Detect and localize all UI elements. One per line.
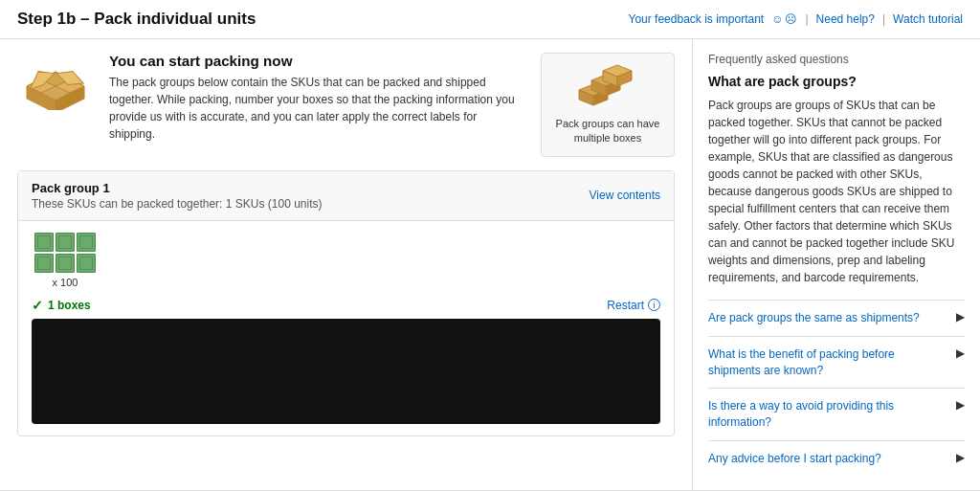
view-contents-link[interactable]: View contents bbox=[590, 189, 661, 202]
sku-cell bbox=[56, 254, 75, 273]
faq-item-1[interactable]: Are pack groups the same as shipments? ▶ bbox=[708, 300, 965, 336]
faq-arrow-2: ▶ bbox=[956, 346, 965, 360]
restart-section: Restart i bbox=[607, 299, 660, 312]
open-box-icon bbox=[17, 53, 94, 113]
faq-item-4[interactable]: Any advice before I start packing? ▶ bbox=[708, 440, 965, 477]
packing-area bbox=[32, 319, 660, 424]
sku-cell bbox=[34, 233, 54, 252]
restart-link[interactable]: Restart bbox=[607, 299, 644, 312]
main-layout: You can start packing now The pack group… bbox=[0, 39, 980, 490]
page-header: Step 1b – Pack individual units Your fee… bbox=[0, 0, 980, 39]
watch-tutorial-link[interactable]: Watch tutorial bbox=[893, 12, 963, 26]
faq-main-question: What are pack groups? bbox=[708, 74, 965, 89]
faq-question-3: Is there a way to avoid providing this i… bbox=[708, 398, 956, 431]
banner-row: You can start packing now The pack group… bbox=[17, 53, 675, 157]
faq-question-1: Are pack groups the same as shipments? bbox=[708, 310, 956, 326]
sku-grid bbox=[34, 233, 96, 273]
boxes-count-text: 1 boxes bbox=[48, 299, 91, 312]
boxes-count: ✓ 1 boxes bbox=[32, 298, 91, 313]
banner-heading: You can start packing now bbox=[109, 53, 521, 69]
pack-group-subtitle: These SKUs can be packed together: 1 SKU… bbox=[32, 197, 323, 211]
pack-group-info: Pack group 1 These SKUs can be packed to… bbox=[32, 181, 323, 211]
multiple-boxes-icon bbox=[574, 63, 641, 111]
boxes-section: ✓ 1 boxes Restart i bbox=[32, 298, 660, 424]
faq-arrow-4: ▶ bbox=[956, 451, 965, 464]
pack-groups-illustration: Pack groups can have multiple boxes bbox=[541, 53, 675, 157]
info-icon[interactable]: i bbox=[648, 299, 660, 311]
faq-question-2: What is the benefit of packing before sh… bbox=[708, 346, 956, 379]
banner-text: You can start packing now The pack group… bbox=[109, 53, 521, 143]
feedback-label: Your feedback is important bbox=[629, 12, 765, 26]
sku-cell bbox=[56, 233, 75, 252]
faq-question-4: Any advice before I start packing? bbox=[708, 451, 956, 467]
need-help-link[interactable]: Need help? bbox=[816, 12, 875, 26]
faq-main-answer: Pack groups are groups of SKUs that can … bbox=[708, 97, 965, 286]
faq-arrow-3: ▶ bbox=[956, 398, 965, 412]
separator2: | bbox=[882, 12, 885, 26]
boxes-label: ✓ 1 boxes Restart i bbox=[32, 298, 660, 313]
sku-cell bbox=[77, 254, 96, 273]
sku-cell bbox=[34, 254, 54, 273]
sku-cell bbox=[77, 233, 96, 252]
happy-icon[interactable]: ☺ bbox=[771, 12, 783, 26]
sku-count: x 100 bbox=[53, 277, 78, 288]
sad-icon[interactable]: ☹ bbox=[785, 12, 797, 26]
page-title: Step 1b – Pack individual units bbox=[17, 10, 256, 29]
pack-group-title: Pack group 1 bbox=[32, 181, 323, 195]
header-actions: Your feedback is important ☺ ☹ | Need he… bbox=[629, 12, 963, 26]
sku-item: x 100 bbox=[32, 233, 99, 288]
banner-description: The pack groups below contain the SKUs t… bbox=[109, 74, 521, 143]
illustration-caption: Pack groups can have multiple boxes bbox=[555, 117, 660, 146]
faq-item-2[interactable]: What is the benefit of packing before sh… bbox=[708, 336, 965, 389]
left-content: You can start packing now The pack group… bbox=[0, 39, 693, 490]
faq-arrow-1: ▶ bbox=[956, 310, 965, 324]
pack-group-body: x 100 ✓ 1 boxes Restart i bbox=[18, 221, 674, 435]
faq-panel: Frequently asked questions What are pack… bbox=[693, 39, 980, 490]
feedback-icons[interactable]: ☺ ☹ bbox=[771, 12, 797, 26]
faq-section-title: Frequently asked questions bbox=[708, 53, 965, 66]
faq-item-3[interactable]: Is there a way to avoid providing this i… bbox=[708, 388, 965, 440]
pack-group-1: Pack group 1 These SKUs can be packed to… bbox=[17, 170, 675, 436]
checkmark-icon: ✓ bbox=[32, 298, 43, 313]
pack-group-header: Pack group 1 These SKUs can be packed to… bbox=[18, 171, 674, 221]
separator1: | bbox=[805, 12, 808, 26]
